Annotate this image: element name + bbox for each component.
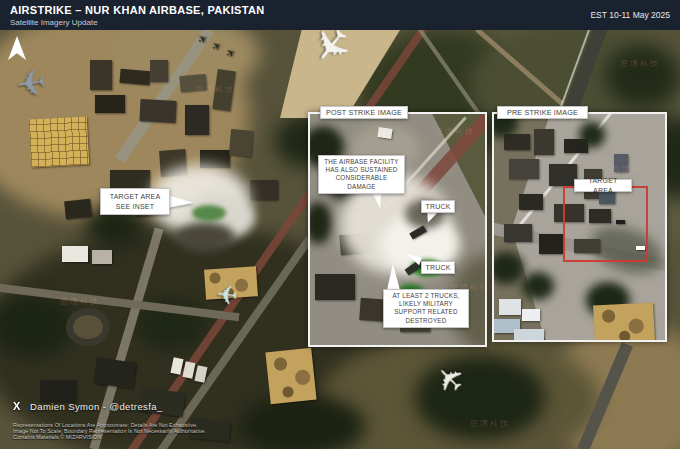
building [90, 60, 112, 90]
target-area-label-line2: SEE INSET [116, 202, 154, 211]
watermark: 思境科技 [612, 164, 652, 175]
building [64, 199, 92, 220]
damage-note-text: THE AIRBASE FACILITY HAS ALSO SUSTAINED … [322, 158, 401, 191]
building-white-roof [62, 246, 88, 262]
building [509, 159, 539, 179]
building [315, 274, 355, 300]
pre-strike-title: PRE STRIKE IMAGE [497, 106, 588, 119]
building [119, 69, 150, 86]
attribution: Damien Symon - @detresfa_ [30, 401, 163, 412]
trees [308, 202, 332, 244]
building [139, 99, 176, 123]
building [185, 105, 209, 135]
airplane-icon: ✈ [14, 64, 49, 104]
trees [492, 252, 524, 284]
building [229, 129, 253, 157]
building-white-roof [377, 127, 392, 139]
building [250, 180, 278, 200]
camouflage-hangar [265, 348, 316, 405]
storage-yard [29, 117, 89, 168]
building-white-roof [522, 309, 540, 321]
post-strike-title-text: POST STRIKE IMAGE [326, 108, 402, 117]
building [40, 380, 76, 402]
trees [240, 395, 365, 449]
damage-note-label: THE AIRBASE FACILITY HAS ALSO SUSTAINED … [318, 155, 405, 194]
building [519, 194, 543, 210]
building [539, 234, 563, 254]
roundabout [66, 308, 110, 346]
airplane-icon: ✈ [215, 281, 239, 309]
building [549, 164, 577, 186]
building [534, 129, 554, 155]
camouflage-building [593, 302, 655, 342]
truck-label-2: TRUCK [421, 261, 455, 274]
building [504, 224, 532, 242]
trucks-note-text: AT LEAST 2 TRUCKS, LIKELY MILITARY SUPPO… [387, 292, 465, 325]
watermark: 思境科技 [60, 296, 100, 307]
page-title: AIRSTRIKE – NUR KHAN AIRBASE, PAKISTAN [10, 4, 264, 16]
header-bar: AIRSTRIKE – NUR KHAN AIRBASE, PAKISTAN S… [0, 0, 680, 30]
disclaimer-line: Contains Materials © MIZARVISION [13, 434, 101, 440]
target-area-label: TARGET AREA [574, 179, 632, 192]
target-area-see-inset-label: TARGET AREA SEE INSET [100, 188, 170, 215]
satellite-graphic: ✈ ✈ ✈ ✈ ✈ ✈ ✈ 思境科技 思境科技 思境科技 思境科技 [0, 0, 680, 449]
truck-label-1-text: TRUCK [425, 202, 450, 211]
post-strike-title: POST STRIKE IMAGE [320, 106, 408, 119]
watermark: 思境科技 [620, 58, 660, 69]
building [93, 357, 136, 388]
debris [175, 222, 235, 252]
watermark: 思境科技 [470, 418, 510, 429]
target-area-label-text: TARGET AREA [578, 176, 628, 194]
trees [522, 272, 554, 300]
truck-label-2-text: TRUCK [425, 263, 450, 272]
target-area-box [563, 186, 648, 262]
watermark: 思境科技 [435, 126, 475, 137]
grass-patch [192, 205, 226, 221]
trees [579, 122, 605, 148]
date-label: EST 10-11 May 2025 [590, 10, 670, 20]
building [514, 329, 544, 341]
x-logo-icon: X [13, 400, 20, 411]
watermark: 思境科技 [195, 84, 235, 95]
building [92, 250, 112, 264]
page-subtitle: Satellite Imagery Update [10, 18, 98, 27]
building [150, 60, 168, 82]
trucks-note-label: AT LEAST 2 TRUCKS, LIKELY MILITARY SUPPO… [383, 289, 469, 328]
building [110, 170, 150, 190]
building [95, 95, 125, 113]
target-area-label-line1: TARGET AREA [110, 192, 161, 201]
truck-label-1: TRUCK [421, 200, 455, 213]
building-white-roof [499, 299, 521, 315]
pre-strike-title-text: PRE STRIKE IMAGE [507, 108, 578, 117]
trees [605, 45, 680, 107]
label-pointer [387, 264, 402, 291]
